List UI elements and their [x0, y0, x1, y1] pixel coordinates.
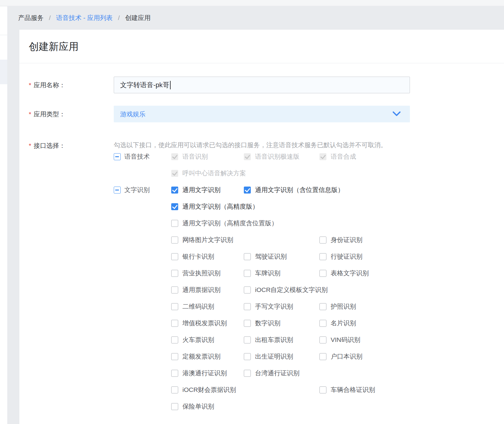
option-checkbox[interactable]	[244, 336, 251, 343]
option-label: 手写文字识别	[255, 303, 293, 310]
option-item[interactable]: 名片识别	[319, 320, 356, 327]
option-row: 二维码识别手写文字识别护照识别	[171, 303, 504, 310]
option-row: 营业执照识别车牌识别表格文字识别	[171, 270, 504, 277]
option-item[interactable]: VIN码识别	[319, 336, 360, 343]
option-checkbox[interactable]	[319, 270, 326, 277]
option-row: 通用票据识别iOCR自定义模板文字识别	[171, 286, 504, 293]
option-checkbox	[244, 153, 251, 160]
option-item[interactable]: 二维码识别	[171, 303, 214, 310]
option-checkbox[interactable]	[244, 320, 251, 327]
option-checkbox[interactable]	[319, 303, 326, 310]
option-checkbox[interactable]	[244, 303, 251, 310]
option-label: 表格文字识别	[331, 270, 369, 277]
create-app-card: 创建新应用 *应用名称： 文字转语音-pk哥 *应用类型：	[19, 30, 504, 424]
option-item[interactable]: 出租车票识别	[244, 336, 293, 343]
option-checkbox[interactable]	[244, 270, 251, 277]
option-label: 身份证识别	[331, 236, 362, 243]
option-checkbox[interactable]	[319, 237, 326, 243]
option-checkbox[interactable]	[171, 386, 178, 393]
option-item[interactable]: 保险单识别	[171, 403, 214, 410]
option-item[interactable]: 营业执照识别	[171, 270, 221, 277]
option-label: 车牌识别	[255, 270, 280, 277]
option-label: VIN码识别	[331, 336, 360, 343]
option-checkbox[interactable]	[319, 386, 326, 393]
option-checkbox[interactable]	[171, 336, 178, 343]
breadcrumb-separator: /	[49, 14, 51, 21]
app-type-select[interactable]: 游戏娱乐	[114, 106, 410, 122]
sidebar-active-item[interactable]	[0, 60, 7, 84]
option-label: 数字识别	[255, 320, 280, 327]
option-checkbox[interactable]	[244, 287, 251, 293]
option-checkbox[interactable]	[319, 253, 326, 260]
option-item[interactable]: 户口本识别	[319, 353, 362, 360]
option-item: 语音合成	[319, 153, 356, 160]
option-item[interactable]: 身份证识别	[319, 236, 362, 243]
option-item[interactable]: 驾驶证识别	[244, 253, 287, 260]
option-item[interactable]: 通用文字识别（高精度含位置版）	[171, 220, 278, 227]
option-checkbox	[171, 170, 178, 177]
option-item[interactable]: 通用文字识别（含位置信息版）	[244, 186, 344, 194]
option-item[interactable]: 港澳通行证识别	[171, 369, 227, 377]
option-checkbox[interactable]	[244, 370, 251, 377]
option-item[interactable]: 网络图片文字识别	[171, 236, 233, 243]
option-item[interactable]: 增值税发票识别	[171, 320, 227, 327]
option-item[interactable]: 通用文字识别	[171, 186, 221, 194]
option-item[interactable]: iOCR财会票据识别	[171, 386, 236, 393]
text-cursor	[170, 81, 171, 89]
option-item[interactable]: 台湾通行证识别	[244, 369, 299, 377]
option-checkbox[interactable]	[171, 220, 178, 227]
option-label: 语音合成	[331, 153, 356, 160]
option-item[interactable]: 表格文字识别	[319, 270, 369, 277]
option-item[interactable]: 车牌识别	[244, 270, 280, 277]
group-head: 语音技术	[114, 153, 171, 160]
option-item[interactable]: 车辆合格证识别	[319, 386, 375, 393]
option-checkbox[interactable]	[171, 370, 178, 377]
option-checkbox[interactable]	[171, 320, 178, 327]
option-checkbox[interactable]	[319, 353, 326, 360]
option-checkbox[interactable]	[171, 287, 178, 293]
option-checkbox[interactable]	[171, 253, 178, 260]
option-item[interactable]: 手写文字识别	[244, 303, 293, 310]
option-item[interactable]: 通用文字识别（高精度版）	[171, 203, 259, 210]
option-checkbox[interactable]	[319, 336, 326, 343]
option-checkbox[interactable]	[244, 187, 251, 194]
option-checkbox[interactable]	[171, 203, 178, 210]
option-checkbox[interactable]	[171, 403, 178, 410]
option-checkbox[interactable]	[319, 320, 326, 327]
option-checkbox[interactable]	[171, 270, 178, 277]
option-checkbox[interactable]	[171, 353, 178, 360]
option-label: 出租车票识别	[255, 336, 293, 343]
app-name-value: 文字转语音-pk哥	[120, 81, 169, 90]
option-item[interactable]: iOCR自定义模板文字识别	[244, 286, 328, 293]
option-item[interactable]: 银行卡识别	[171, 253, 214, 260]
option-checkbox[interactable]	[244, 253, 251, 260]
option-checkbox[interactable]	[171, 237, 178, 243]
option-item[interactable]: 定额发票识别	[171, 353, 221, 360]
option-label: 银行卡识别	[182, 253, 214, 260]
option-item: 语音识别极速版	[244, 153, 299, 160]
option-item[interactable]: 数字识别	[244, 320, 280, 327]
group-label: 语音技术	[124, 153, 150, 160]
option-item[interactable]: 护照识别	[319, 303, 356, 310]
group-indeterminate-checkbox[interactable]	[114, 187, 121, 194]
option-item[interactable]: 出生证明识别	[244, 353, 293, 360]
option-item[interactable]: 火车票识别	[171, 336, 214, 343]
required-asterisk: *	[29, 111, 31, 118]
option-checkbox[interactable]	[171, 187, 178, 194]
breadcrumb-link-app-list[interactable]: 语音技术 - 应用列表	[56, 14, 113, 21]
top-bar	[0, 0, 504, 6]
interface-group: 文字识别通用文字识别通用文字识别（含位置信息版）通用文字识别（高精度版）通用文字…	[114, 186, 504, 419]
option-label: iOCR自定义模板文字识别	[255, 286, 328, 293]
sidebar-sliver	[0, 6, 7, 424]
group-indeterminate-checkbox[interactable]	[114, 153, 121, 160]
option-label: 驾驶证识别	[255, 253, 287, 260]
app-name-input[interactable]: 文字转语音-pk哥	[114, 77, 410, 93]
option-row: iOCR财会票据识别车辆合格证识别	[171, 386, 504, 393]
option-item[interactable]: 通用票据识别	[171, 286, 221, 293]
option-checkbox[interactable]	[244, 353, 251, 360]
form-row-interface-select: *接口选择： 勾选以下接口，使此应用可以请求已勾选的接口服务，注意语音技术服务已…	[29, 137, 504, 419]
app-type-label: *应用类型：	[29, 110, 114, 118]
option-checkbox[interactable]	[171, 303, 178, 310]
option-item[interactable]: 行驶证识别	[319, 253, 362, 260]
option-label: 港澳通行证识别	[182, 369, 227, 377]
